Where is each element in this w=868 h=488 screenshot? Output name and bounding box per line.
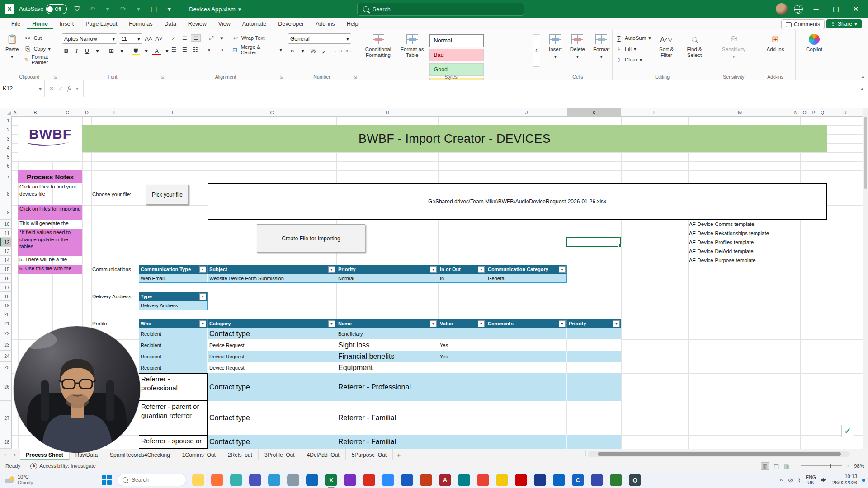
underline-button[interactable]: U bbox=[83, 47, 91, 55]
formula-input[interactable] bbox=[84, 80, 856, 97]
taskbar-app-app-indigo[interactable] bbox=[591, 474, 603, 486]
comm-filter-icon[interactable]: ▼ bbox=[430, 266, 437, 273]
conditional-formatting-button[interactable]: Conditional Formatting bbox=[362, 32, 395, 70]
row-header-6[interactable]: 6 bbox=[0, 161, 12, 170]
process-note-1[interactable]: Click on Pick to find your devices file bbox=[18, 183, 82, 205]
profile-cell-value[interactable] bbox=[438, 401, 486, 435]
comm-header-communication-category[interactable]: Communication Category▼ bbox=[486, 265, 567, 274]
comm-filter-icon[interactable]: ▼ bbox=[199, 266, 206, 273]
orientation-icon[interactable]: ⤢ bbox=[207, 35, 216, 41]
profile-cell-priority[interactable] bbox=[567, 328, 621, 339]
row-header-18[interactable]: 18 bbox=[0, 292, 12, 301]
profile-cell-category[interactable]: Contact type bbox=[208, 373, 336, 401]
taskbar-app-excel[interactable]: X bbox=[325, 474, 337, 486]
addins-button[interactable]: ⊞ Add-ins bbox=[764, 32, 787, 70]
taskbar-app-outlook[interactable] bbox=[306, 474, 318, 486]
profile-cell-category[interactable]: Device Request bbox=[208, 339, 336, 351]
process-note-5[interactable]: 5. There will be a file bbox=[18, 256, 82, 265]
underline-chevron-icon[interactable]: ▾ bbox=[93, 47, 102, 55]
network-globe-icon[interactable] bbox=[794, 5, 803, 14]
percent-style-icon[interactable]: % bbox=[309, 47, 317, 55]
profile-cell-category[interactable]: Device Request bbox=[208, 362, 336, 373]
taskbar-app-zoom[interactable] bbox=[382, 474, 394, 486]
taskbar-app-app-green[interactable] bbox=[610, 474, 622, 486]
profile-cell-comments[interactable] bbox=[486, 435, 567, 449]
select-all-corner[interactable] bbox=[0, 108, 12, 117]
process-note-3[interactable]: This will generate the bbox=[18, 220, 82, 229]
accounting-chevron-icon[interactable]: ▾ bbox=[298, 47, 307, 55]
comm-data-cell[interactable]: In bbox=[438, 274, 486, 283]
cell-style-bad[interactable]: Bad bbox=[429, 49, 484, 61]
find-select-button[interactable]: Find & Select bbox=[682, 32, 707, 70]
user-avatar[interactable] bbox=[776, 3, 788, 15]
row-header-3[interactable]: 3 bbox=[0, 134, 12, 143]
column-header-A[interactable]: A bbox=[12, 108, 19, 117]
menu-tab-view[interactable]: View bbox=[213, 19, 236, 29]
profile-cell-who[interactable]: Recipient bbox=[139, 328, 208, 339]
taskbar-app-browser-orange[interactable] bbox=[211, 474, 223, 486]
zoom-slider[interactable] bbox=[801, 465, 842, 466]
start-button[interactable] bbox=[102, 475, 112, 485]
clear-button[interactable]: ◊Clear ▾ bbox=[615, 55, 651, 64]
taskbar-app-chrome[interactable] bbox=[477, 474, 489, 486]
column-header-F[interactable]: F bbox=[139, 108, 208, 117]
borders-button[interactable]: ⊞ bbox=[107, 47, 116, 55]
zoom-level[interactable]: 98% bbox=[854, 463, 864, 469]
taskbar-app-acrobat[interactable] bbox=[363, 474, 375, 486]
profile-cell-name[interactable]: Referrer - Familial bbox=[336, 401, 438, 435]
comm-data-cell[interactable]: Web Email bbox=[139, 274, 208, 283]
taskbar-app-app-red[interactable] bbox=[515, 474, 527, 486]
sort-filter-button[interactable]: AZ▽ Sort & Filter bbox=[654, 32, 679, 70]
copilot-button[interactable]: Copilot bbox=[803, 32, 825, 70]
template-name-cell[interactable]: AF-Device-Profiles template bbox=[689, 238, 791, 247]
profile-cell-name[interactable]: Financial benefits bbox=[336, 351, 438, 362]
profile-cell-who[interactable]: Recipient bbox=[139, 362, 208, 373]
increase-font-icon[interactable]: A˄ bbox=[144, 34, 153, 43]
borders-chevron-icon[interactable]: ▾ bbox=[118, 47, 126, 55]
column-header-K[interactable]: K bbox=[567, 108, 622, 117]
notification-badge[interactable] bbox=[862, 479, 865, 482]
office-search-box[interactable]: Search bbox=[357, 3, 524, 16]
process-note-4[interactable]: *If field values need to change update i… bbox=[18, 229, 82, 256]
profile-cell-who[interactable]: Referrer - professional bbox=[139, 373, 208, 401]
fill-color-button[interactable]: ⛊ bbox=[132, 47, 140, 55]
comm-filter-icon[interactable]: ▼ bbox=[559, 266, 566, 273]
column-header-D[interactable]: D bbox=[82, 108, 92, 117]
profile-cell-name[interactable]: Sight loss bbox=[336, 339, 438, 351]
comm-data-cell[interactable]: Website Device Form Submission bbox=[208, 274, 336, 283]
column-header-J[interactable]: J bbox=[486, 108, 567, 117]
taskbar-app-app-dark[interactable]: Q bbox=[629, 474, 641, 486]
tray-mic-icon[interactable]: ⌇ bbox=[798, 477, 801, 483]
comm-header-communication-type[interactable]: Communication Type▼ bbox=[139, 265, 208, 274]
green-checkmark-cell[interactable]: ✓ bbox=[841, 425, 854, 437]
profile-cell-value[interactable] bbox=[438, 435, 486, 449]
cell-style-normal[interactable]: Normal bbox=[429, 34, 484, 47]
comm-filter-icon[interactable]: ▼ bbox=[478, 266, 485, 273]
column-header-O[interactable]: O bbox=[800, 108, 809, 117]
profile-filter-icon[interactable]: ▼ bbox=[199, 320, 206, 327]
template-name-cell[interactable]: AF-Device-Rekationships template bbox=[689, 229, 791, 238]
comm-filter-icon[interactable]: ▼ bbox=[328, 266, 335, 273]
sheet-tab-2rels_out[interactable]: 2Rels_out bbox=[222, 449, 259, 460]
clipboard-dialog-launcher[interactable]: ⇲ bbox=[53, 75, 57, 80]
increase-indent-icon[interactable]: ⇥ bbox=[217, 47, 226, 53]
profile-header-who[interactable]: Who▼ bbox=[139, 319, 208, 328]
menu-tab-page-layout[interactable]: Page Layout bbox=[80, 19, 122, 29]
comments-button[interactable]: Comments bbox=[781, 19, 825, 29]
profile-cell-value[interactable]: Yes bbox=[438, 351, 486, 362]
number-format-combo[interactable]: General▾ bbox=[288, 33, 351, 44]
process-note-6[interactable]: 6. Use this file with the bbox=[18, 265, 82, 274]
row-header-26[interactable]: 26 bbox=[0, 373, 12, 401]
language-indicator[interactable]: ENG UK bbox=[806, 474, 816, 485]
comm-header-priority[interactable]: Priority▼ bbox=[336, 265, 438, 274]
row-header-17[interactable]: 17 bbox=[0, 283, 12, 292]
minimize-button[interactable]: ─ bbox=[809, 5, 823, 13]
column-header-Q[interactable]: Q bbox=[818, 108, 827, 117]
profile-cell-category[interactable]: Contact type bbox=[208, 401, 336, 435]
page-break-view-icon[interactable]: ▥ bbox=[783, 463, 789, 469]
row-header-5[interactable]: 5 bbox=[0, 152, 12, 161]
redo-icon[interactable]: ↷ bbox=[118, 5, 128, 13]
sheet-tab-5purpose_out[interactable]: 5Purpose_Out bbox=[346, 449, 393, 460]
menu-tab-review[interactable]: Review bbox=[183, 19, 212, 29]
profile-cell-who[interactable]: Recipient bbox=[139, 351, 208, 362]
